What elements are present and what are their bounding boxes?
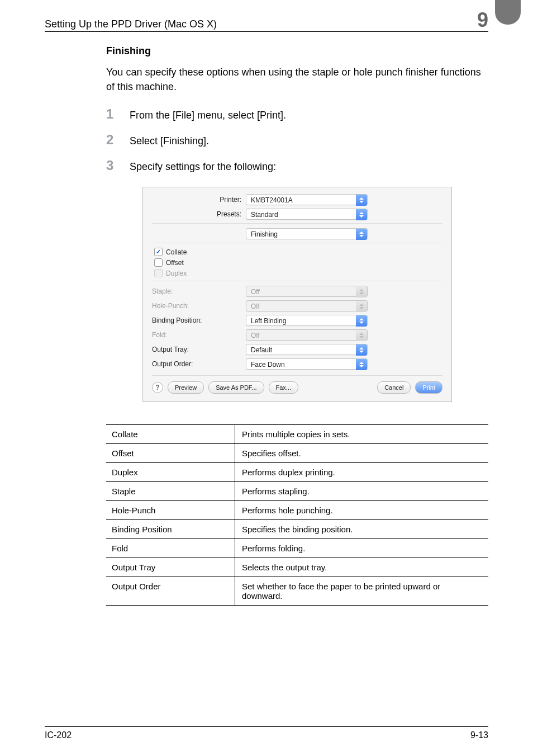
fold-value: Off <box>251 332 260 339</box>
chevron-updown-icon <box>356 286 367 297</box>
option-name: Fold <box>106 539 235 558</box>
fold-popup: Off <box>246 329 368 341</box>
option-desc: Performs duplex printing. <box>235 463 489 482</box>
footer-left: IC-202 <box>45 730 72 740</box>
save-pdf-button[interactable]: Save As PDF... <box>208 381 264 394</box>
option-name: Duplex <box>106 463 235 482</box>
fold-label: Fold: <box>152 331 246 339</box>
chevron-updown-icon <box>356 195 367 206</box>
option-name: Output Order <box>106 577 235 606</box>
presets-popup[interactable]: Standard <box>246 209 368 220</box>
option-desc: Performs hole punching. <box>235 501 489 520</box>
chevron-updown-icon <box>356 359 367 370</box>
option-desc: Performs folding. <box>235 539 489 558</box>
section-lead: You can specify these options when using… <box>106 65 488 94</box>
collate-row: Collate <box>152 248 442 256</box>
option-desc: Specifies offset. <box>235 444 489 463</box>
option-name: Hole-Punch <box>106 501 235 520</box>
output-order-value: Face Down <box>251 361 285 368</box>
step-text: Select [Finishing]. <box>130 135 209 147</box>
option-name: Output Tray <box>106 558 235 577</box>
table-row: Collate Prints multiple copies in sets. <box>106 425 488 444</box>
duplex-checkbox[interactable] <box>154 269 163 277</box>
step-2: 2 Select [Finishing]. <box>106 132 488 148</box>
footer-right: 9-13 <box>470 730 488 740</box>
tab-marker <box>495 0 521 25</box>
table-row: Output Tray Selects the output tray. <box>106 558 488 577</box>
chevron-updown-icon <box>356 229 367 240</box>
chevron-updown-icon <box>356 301 367 312</box>
step-text: Specify settings for the following: <box>130 161 276 173</box>
binding-label: Binding Position: <box>152 316 246 324</box>
step-number: 2 <box>106 132 117 148</box>
divider <box>152 281 442 281</box>
table-row: Duplex Performs duplex printing. <box>106 463 488 482</box>
chevron-updown-icon <box>356 330 367 341</box>
output-order-label: Output Order: <box>152 360 246 368</box>
section-heading: Finishing <box>106 45 488 57</box>
chevron-updown-icon <box>356 344 367 356</box>
option-name: Offset <box>106 444 235 463</box>
step-number: 3 <box>106 158 117 173</box>
table-row: Output Order Set whether to face the pap… <box>106 577 488 606</box>
table-row: Offset Specifies offset. <box>106 444 488 463</box>
option-name: Collate <box>106 425 235 444</box>
staple-label: Staple: <box>152 287 246 295</box>
option-name: Binding Position <box>106 520 235 539</box>
step-text: From the [File] menu, select [Print]. <box>130 110 286 121</box>
binding-value: Left Binding <box>251 317 286 325</box>
page-header: Setting Up the PPD Driver (Mac OS X) 9 <box>45 10 488 32</box>
presets-value: Standard <box>251 211 278 219</box>
chevron-updown-icon <box>356 209 367 220</box>
step-3: 3 Specify settings for the following: <box>106 158 488 173</box>
offset-row: Offset <box>152 258 442 267</box>
option-desc: Prints multiple copies in sets. <box>235 425 489 444</box>
page-footer: IC-202 9-13 <box>45 726 488 740</box>
step-number: 1 <box>106 106 117 122</box>
option-desc: Performs stapling. <box>235 482 489 501</box>
table-row: Hole-Punch Performs hole punching. <box>106 501 488 520</box>
hole-punch-label: Hole-Punch: <box>152 302 246 310</box>
option-desc: Set whether to face the paper to be prin… <box>235 577 489 606</box>
table-row: Fold Performs folding. <box>106 539 488 558</box>
printer-popup[interactable]: KMBT24001A <box>246 194 368 205</box>
binding-popup[interactable]: Left Binding <box>246 315 368 326</box>
divider <box>152 223 442 224</box>
hole-punch-popup: Off <box>246 300 368 311</box>
duplex-row: Duplex <box>152 269 442 277</box>
print-dialog: Printer: KMBT24001A Presets: Standard Fi… <box>142 187 452 402</box>
divider <box>152 243 442 243</box>
step-1: 1 From the [File] menu, select [Print]. <box>106 106 488 122</box>
header-title: Setting Up the PPD Driver (Mac OS X) <box>45 18 217 30</box>
help-button[interactable]: ? <box>152 382 163 393</box>
dialog-footer: ? Preview Save As PDF... Fax... Cancel P… <box>152 375 442 394</box>
offset-checkbox[interactable] <box>154 258 163 267</box>
option-desc: Specifies the binding position. <box>235 520 489 539</box>
hole-punch-value: Off <box>251 303 260 310</box>
presets-label: Presets: <box>152 210 246 218</box>
print-button[interactable]: Print <box>415 381 442 394</box>
output-order-popup[interactable]: Face Down <box>246 358 368 370</box>
table-row: Binding Position Specifies the binding p… <box>106 520 488 539</box>
steps-list: 1 From the [File] menu, select [Print]. … <box>106 106 488 173</box>
chevron-updown-icon <box>356 315 367 327</box>
staple-popup: Off <box>246 286 368 297</box>
output-tray-popup[interactable]: Default <box>246 344 368 355</box>
output-tray-value: Default <box>251 346 272 354</box>
option-name: Staple <box>106 482 235 501</box>
fax-button[interactable]: Fax... <box>269 381 299 394</box>
chapter-number: 9 <box>477 10 488 30</box>
printer-value: KMBT24001A <box>251 196 293 204</box>
collate-label: Collate <box>166 248 187 256</box>
printer-label: Printer: <box>152 196 246 204</box>
option-desc: Selects the output tray. <box>235 558 489 577</box>
description-table: Collate Prints multiple copies in sets. … <box>106 424 488 606</box>
panel-popup[interactable]: Finishing <box>246 228 368 239</box>
offset-label: Offset <box>166 259 184 267</box>
collate-checkbox[interactable] <box>154 248 163 256</box>
cancel-button[interactable]: Cancel <box>377 381 411 394</box>
staple-value: Off <box>251 288 260 296</box>
panel-value: Finishing <box>251 230 278 238</box>
preview-button[interactable]: Preview <box>168 381 204 394</box>
table-row: Staple Performs stapling. <box>106 482 488 501</box>
